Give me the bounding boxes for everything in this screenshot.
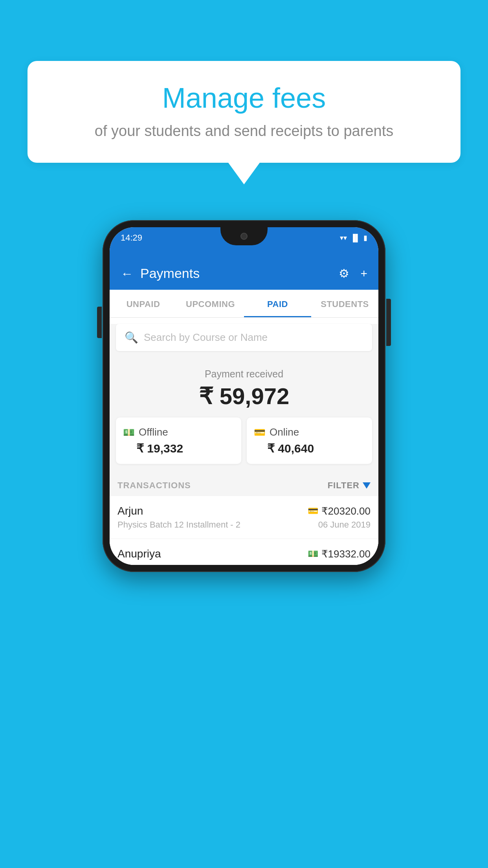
payment-total-amount: ₹ 59,972	[116, 383, 372, 410]
camera-dot	[240, 233, 248, 240]
transaction-amount-wrapper: 💳 ₹20320.00	[308, 505, 371, 517]
offline-amount: ₹ 19,332	[123, 441, 183, 455]
tab-paid[interactable]: PAID	[244, 290, 311, 317]
battery-icon: ▮	[363, 234, 367, 242]
online-card-header: 💳 Online	[254, 426, 299, 438]
speech-bubble-subtitle: of your students and send receipts to pa…	[51, 121, 437, 141]
transaction-card-icon: 💳	[308, 506, 318, 516]
online-payment-card: 💳 Online ₹ 40,640	[247, 417, 372, 464]
tab-students[interactable]: STUDENTS	[311, 290, 378, 317]
filter-triangle-icon	[363, 482, 371, 489]
notch-cutout	[220, 227, 268, 245]
online-amount: ₹ 40,640	[254, 441, 314, 455]
speech-bubble-section: Manage fees of your students and send re…	[28, 61, 460, 184]
phone-outer-frame: 14:29 ▾▾ ▐▌ ▮ ← Payments ⚙ +	[103, 220, 385, 572]
app-header: ← Payments ⚙ +	[110, 259, 378, 290]
online-label: Online	[270, 426, 299, 438]
transaction-row-bottom: Physics Batch 12 Installment - 2 06 June…	[117, 520, 371, 530]
transactions-label: TRANSACTIONS	[117, 480, 191, 491]
back-button[interactable]: ←	[121, 267, 133, 280]
transaction-amount: ₹20320.00	[321, 505, 371, 517]
phone-screen: 14:29 ▾▾ ▐▌ ▮ ← Payments ⚙ +	[110, 227, 378, 565]
transaction-course: Physics Batch 12 Installment - 2	[117, 520, 240, 530]
speech-bubble: Manage fees of your students and send re…	[28, 61, 460, 163]
filter-label: FILTER	[328, 480, 360, 491]
transaction-row-top: Arjun 💳 ₹20320.00	[117, 505, 371, 517]
header-right: ⚙ +	[339, 267, 367, 280]
search-icon: 🔍	[125, 331, 138, 344]
header-left: ← Payments	[121, 266, 200, 281]
wifi-icon: ▾▾	[340, 234, 347, 242]
offline-label: Offline	[139, 426, 168, 438]
transaction-amount-wrapper: 💵 ₹19332.00	[308, 548, 371, 560]
content-area: 🔍 Search by Course or Name Payment recei…	[110, 324, 378, 565]
tab-upcoming[interactable]: UPCOMING	[177, 290, 244, 317]
transaction-amount: ₹19332.00	[321, 548, 371, 560]
table-row[interactable]: Anupriya 💵 ₹19332.00	[110, 539, 378, 565]
transaction-cash-icon: 💵	[308, 549, 318, 559]
payment-summary: Payment received ₹ 59,972 💵 Offline ₹ 19…	[110, 357, 378, 472]
payment-cards: 💵 Offline ₹ 19,332 💳 Online ₹ 40,640	[116, 417, 372, 464]
settings-icon[interactable]: ⚙	[339, 267, 349, 280]
card-icon: 💳	[254, 427, 266, 438]
signal-icon: ▐▌	[350, 234, 360, 242]
offline-card-header: 💵 Offline	[123, 426, 168, 438]
tab-unpaid[interactable]: UNPAID	[110, 290, 177, 317]
transaction-name: Arjun	[117, 505, 143, 517]
transactions-header: TRANSACTIONS FILTER	[110, 472, 378, 496]
search-bar[interactable]: 🔍 Search by Course or Name	[116, 324, 372, 351]
table-row[interactable]: Arjun 💳 ₹20320.00 Physics Batch 12 Insta…	[110, 496, 378, 539]
phone-device: 14:29 ▾▾ ▐▌ ▮ ← Payments ⚙ +	[103, 220, 385, 572]
status-icons: ▾▾ ▐▌ ▮	[340, 234, 367, 242]
payment-received-label: Payment received	[116, 368, 372, 380]
status-bar: 14:29 ▾▾ ▐▌ ▮	[110, 227, 378, 259]
speech-bubble-arrow	[228, 163, 260, 184]
offline-payment-card: 💵 Offline ₹ 19,332	[116, 417, 241, 464]
transaction-name: Anupriya	[117, 548, 161, 560]
search-input[interactable]: Search by Course or Name	[144, 331, 268, 344]
page-title: Payments	[140, 266, 200, 281]
transaction-date: 06 June 2019	[318, 520, 371, 530]
filter-button[interactable]: FILTER	[328, 480, 371, 491]
transaction-row-top-partial: Anupriya 💵 ₹19332.00	[117, 548, 371, 560]
status-time: 14:29	[121, 234, 142, 242]
speech-bubble-title: Manage fees	[51, 83, 437, 114]
tabs-bar: UNPAID UPCOMING PAID STUDENTS	[110, 290, 378, 318]
cash-icon: 💵	[123, 427, 135, 438]
add-button[interactable]: +	[360, 267, 367, 280]
